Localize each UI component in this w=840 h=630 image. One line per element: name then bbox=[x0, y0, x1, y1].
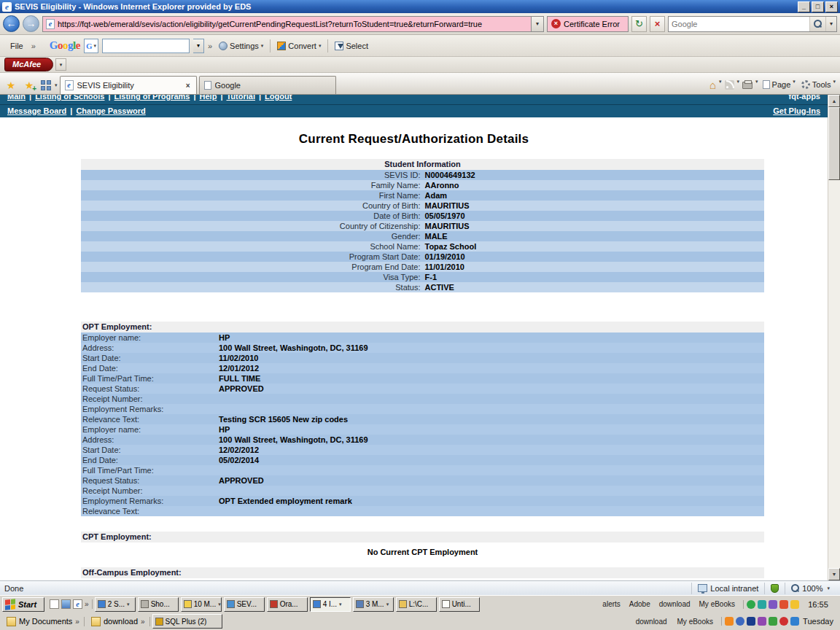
home-button[interactable]: ⌂ bbox=[709, 79, 716, 90]
mcafee-button[interactable]: McAfee bbox=[4, 58, 53, 71]
row-value: OPT Extended employment remark bbox=[219, 496, 352, 506]
tab-close-icon[interactable]: × bbox=[184, 82, 192, 90]
tray-icon[interactable] bbox=[747, 600, 755, 609]
vertical-scrollbar[interactable]: ▲ ▼ bbox=[828, 95, 840, 580]
nav-link-logout[interactable]: Logout bbox=[265, 95, 292, 101]
taskbar-window-button[interactable]: 10 M...▾ bbox=[181, 597, 222, 612]
feeds-button[interactable] bbox=[725, 80, 734, 90]
minimize-button[interactable]: _ bbox=[798, 1, 810, 12]
add-favorite-button[interactable]: ★+ bbox=[21, 77, 37, 94]
taskbar-button-sql-plus[interactable]: SQL Plus (2) bbox=[152, 614, 222, 629]
google-search-provider-dropdown[interactable]: G▾ bbox=[84, 39, 98, 53]
tray-icon[interactable] bbox=[790, 617, 799, 626]
tab-list-dropdown[interactable]: ▾ bbox=[55, 82, 58, 88]
tray-icon[interactable] bbox=[747, 617, 755, 626]
row-value: APPROVED bbox=[219, 384, 264, 394]
toolbar-link-adobe[interactable]: Adobe bbox=[629, 600, 650, 608]
nav-link-main[interactable]: Main bbox=[7, 95, 26, 101]
certificate-error-button[interactable]: × Certificate Error bbox=[547, 16, 629, 32]
table-row: Employer name:HP bbox=[81, 332, 764, 343]
tab-google[interactable]: Google bbox=[199, 76, 336, 94]
quick-tabs-button[interactable] bbox=[41, 80, 51, 90]
taskbar-window-button-active[interactable]: 4 I...▾ bbox=[310, 597, 351, 612]
settings-menu[interactable]: Settings ▾ bbox=[216, 40, 266, 52]
quicklaunch-show-desktop-icon[interactable] bbox=[61, 599, 71, 609]
close-button[interactable]: × bbox=[825, 1, 838, 12]
window-icon bbox=[399, 600, 407, 608]
refresh-button[interactable]: ↻ bbox=[631, 16, 647, 32]
tray-icon[interactable] bbox=[725, 617, 734, 626]
taskbar-window-button[interactable]: SEV... bbox=[224, 597, 265, 612]
feeds-dropdown[interactable]: ▾ bbox=[737, 79, 740, 85]
taskbar-window-button[interactable]: Ora... bbox=[267, 597, 308, 612]
taskbar-window-button[interactable]: 3 M...▾ bbox=[353, 597, 394, 612]
download-toolbar[interactable]: download » bbox=[87, 617, 150, 626]
convert-menu[interactable]: Convert ▾ bbox=[274, 40, 324, 52]
site-navigation: Main | Listing of Schools | Listing of P… bbox=[0, 95, 828, 117]
tab-sevis-eligibility[interactable]: e SEVIS Eligibility × bbox=[60, 76, 197, 94]
tray-icon[interactable] bbox=[758, 600, 766, 609]
nav-link-get-plugins[interactable]: Get Plug-Ins bbox=[773, 106, 820, 115]
tray-icon[interactable] bbox=[769, 600, 777, 609]
taskbar-window-button[interactable]: 2 S...▾ bbox=[95, 597, 136, 612]
scroll-down-button[interactable]: ▼ bbox=[828, 568, 840, 580]
menu-chevron-icon[interactable]: » bbox=[31, 42, 36, 50]
nav-link-listing-of-programs[interactable]: Listing of Programs bbox=[114, 95, 190, 101]
tray-icon[interactable] bbox=[736, 617, 744, 626]
scrollbar-track[interactable] bbox=[828, 107, 840, 568]
my-documents-toolbar[interactable]: My Documents » bbox=[2, 617, 85, 626]
nav-link-tutorial[interactable]: Tutorial bbox=[226, 95, 255, 101]
google-toolbar-chevron-icon[interactable]: » bbox=[208, 42, 212, 50]
print-button[interactable] bbox=[742, 82, 752, 89]
zoom-control[interactable]: 100% ▾ bbox=[785, 583, 836, 594]
url-history-dropdown[interactable]: ▾ bbox=[531, 17, 543, 31]
row-value: FULL TIME bbox=[219, 373, 260, 384]
scrollbar-thumb[interactable] bbox=[828, 107, 840, 180]
google-toolbar-search-dropdown[interactable]: ▾ bbox=[193, 39, 204, 53]
stop-button[interactable]: × bbox=[650, 16, 665, 32]
nav-link-message-board[interactable]: Message Board bbox=[7, 106, 66, 115]
file-menu[interactable]: File bbox=[6, 40, 28, 52]
tray-icon[interactable] bbox=[779, 600, 788, 609]
print-dropdown[interactable]: ▾ bbox=[755, 79, 758, 85]
tray-icon[interactable] bbox=[758, 617, 766, 626]
search-provider-dropdown[interactable]: ▾ bbox=[825, 17, 836, 31]
search-input[interactable] bbox=[669, 20, 809, 28]
search-button[interactable] bbox=[809, 17, 825, 31]
url-field[interactable]: e https://fqt-web/emerald/sevis/action/e… bbox=[42, 16, 544, 32]
start-button[interactable]: Start bbox=[2, 597, 44, 612]
zoom-dropdown[interactable]: ▾ bbox=[827, 586, 830, 591]
taskbar-window-button[interactable]: Sho... bbox=[138, 597, 179, 612]
tools-menu[interactable]: Tools▾ bbox=[800, 79, 837, 90]
forward-button[interactable]: → bbox=[23, 15, 39, 32]
quicklaunch-chevron[interactable]: » bbox=[85, 600, 89, 608]
toolbar-chevron[interactable]: » bbox=[75, 618, 79, 626]
cpt-employment-section: CPT Employment: No Current CPT Employmen… bbox=[81, 532, 764, 558]
select-button[interactable]: Select bbox=[332, 40, 371, 52]
table-row: Program End Date:11/01/2010 bbox=[81, 262, 764, 272]
scroll-up-button[interactable]: ▲ bbox=[828, 95, 840, 107]
toolbar-link-download[interactable]: download bbox=[659, 600, 691, 608]
toolbar-link-my-ebooks[interactable]: My eBooks bbox=[699, 600, 735, 608]
tray-icon[interactable] bbox=[790, 600, 799, 609]
quicklaunch-document-icon[interactable] bbox=[50, 599, 59, 609]
tray-icon[interactable] bbox=[779, 617, 788, 626]
toolbar-link-download[interactable]: download bbox=[636, 618, 667, 626]
nav-link-help[interactable]: Help bbox=[200, 95, 217, 101]
nav-link-change-password[interactable]: Change Password bbox=[76, 106, 145, 115]
quicklaunch-ie-icon[interactable]: e bbox=[73, 599, 82, 609]
taskbar-window-button[interactable]: L:\C... bbox=[396, 597, 437, 612]
taskbar-window-button[interactable]: Unti... bbox=[439, 597, 480, 612]
maximize-button[interactable]: □ bbox=[812, 1, 824, 12]
back-button[interactable]: ← bbox=[3, 15, 20, 32]
page-menu[interactable]: Page▾ bbox=[761, 79, 797, 90]
favorites-button[interactable]: ★ bbox=[3, 77, 19, 94]
toolbar-link-my-ebooks[interactable]: My eBooks bbox=[677, 618, 713, 626]
mcafee-dropdown[interactable]: ▾ bbox=[55, 58, 66, 71]
home-dropdown[interactable]: ▾ bbox=[719, 79, 722, 85]
tray-icon[interactable] bbox=[769, 617, 777, 626]
toolbar-link-alerts[interactable]: alerts bbox=[602, 600, 620, 608]
nav-link-listing-of-schools[interactable]: Listing of Schools bbox=[35, 95, 104, 101]
toolbar-chevron[interactable]: » bbox=[141, 618, 145, 626]
google-toolbar-search-input[interactable] bbox=[102, 39, 190, 53]
